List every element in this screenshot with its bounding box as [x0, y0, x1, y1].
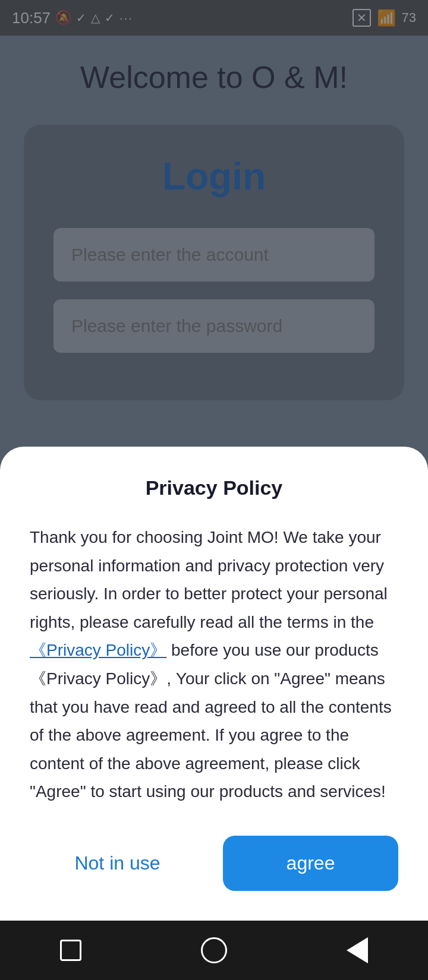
modal-buttons: Not in use agree: [30, 836, 398, 891]
modal-text-2: before you use our products 《Privacy Pol…: [30, 641, 392, 801]
square-icon: [60, 940, 81, 961]
modal-title: Privacy Policy: [30, 476, 398, 500]
agree-button[interactable]: agree: [223, 836, 398, 891]
privacy-policy-modal: Privacy Policy Thank you for choosing Jo…: [0, 447, 428, 921]
nav-bar: [0, 921, 428, 980]
recent-apps-button[interactable]: [60, 940, 81, 961]
back-button[interactable]: [347, 937, 368, 963]
circle-icon: [201, 937, 227, 963]
home-button[interactable]: [201, 937, 227, 963]
triangle-icon: [347, 937, 368, 963]
modal-text-1: Thank you for choosing Joint MO! We take…: [30, 528, 388, 631]
not-in-use-button[interactable]: Not in use: [30, 840, 205, 886]
modal-body: Thank you for choosing Joint MO! We take…: [30, 523, 398, 806]
privacy-policy-link[interactable]: 《Privacy Policy》: [30, 641, 166, 659]
